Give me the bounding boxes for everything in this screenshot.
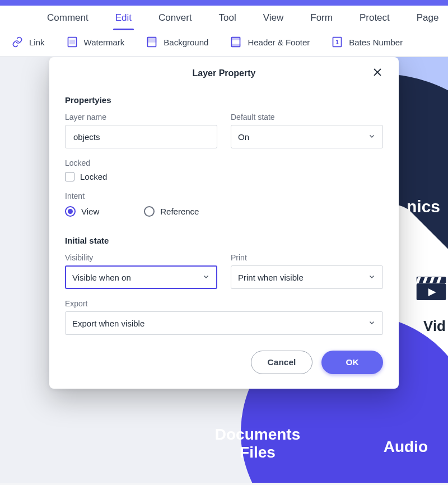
default-state-value: On <box>238 132 249 142</box>
intent-view-radio[interactable]: View <box>65 206 99 217</box>
document-canvas: nics Documents Files Vid Audio Layer Pro… <box>0 57 448 483</box>
chevron-down-icon <box>368 319 376 328</box>
link-icon <box>11 36 24 48</box>
window-top-strip <box>0 0 448 6</box>
layer-name-input-field[interactable] <box>72 125 210 148</box>
chevron-down-icon <box>202 273 210 282</box>
ok-button[interactable]: OK <box>321 351 383 374</box>
tool-watermark[interactable]: Watermark <box>66 36 138 48</box>
label-print: Print <box>231 253 383 262</box>
close-icon[interactable] <box>372 67 383 78</box>
dialog-footer: Cancel OK <box>65 351 383 374</box>
chevron-down-icon <box>368 273 376 282</box>
svg-text:1: 1 <box>335 39 339 45</box>
bg-label-nics: nics <box>407 197 440 217</box>
bg-label-vid: Vid <box>423 318 446 335</box>
intent-view-label: View <box>81 207 99 216</box>
section-initial-state-title: Initial state <box>65 236 383 245</box>
tool-link[interactable]: Link <box>11 36 58 48</box>
tab-edit[interactable]: Edit <box>115 12 132 24</box>
bg-label-documents-line2: Files <box>202 444 314 461</box>
header-footer-icon <box>230 36 242 48</box>
tab-tool[interactable]: Tool <box>219 12 236 24</box>
tool-background-label: Background <box>164 38 208 47</box>
tab-form[interactable]: Form <box>310 12 333 24</box>
visibility-value: Visible when on <box>72 273 131 282</box>
intent-reference-radio[interactable]: Reference <box>144 206 199 217</box>
bg-label-documents-line1: Documents <box>202 426 314 444</box>
label-locked: Locked <box>65 158 217 167</box>
tool-header-footer[interactable]: Header & Footer <box>230 36 323 48</box>
label-default-state: Default state <box>231 113 383 122</box>
locked-checkbox-label: Locked <box>80 172 107 181</box>
print-select[interactable]: Print when visible <box>231 265 383 289</box>
export-value: Export when visible <box>72 319 144 328</box>
section-properties-title: Propertyies <box>65 95 383 105</box>
tool-link-label: Link <box>29 38 45 47</box>
dialog-header: Layer Property <box>65 67 383 87</box>
tool-bates-label: Bates Number <box>349 38 403 47</box>
tab-comment[interactable]: Comment <box>47 12 88 24</box>
print-value: Print when visible <box>238 273 304 282</box>
tool-background[interactable]: Background <box>146 36 222 48</box>
svg-rect-3 <box>148 38 156 42</box>
bg-label-documents: Documents Files <box>202 426 314 461</box>
bg-label-audio: Audio <box>384 438 428 456</box>
main-tabs: Comment Edit Convert Tool View Form Prot… <box>0 6 448 29</box>
export-select[interactable]: Export when visible <box>65 311 383 335</box>
layer-property-dialog: Layer Property Propertyies Layer name De… <box>49 57 399 389</box>
background-icon <box>146 36 158 48</box>
cancel-button[interactable]: Cancel <box>251 351 312 374</box>
label-visibility: Visibility <box>65 253 217 262</box>
tool-watermark-label: Watermark <box>84 38 125 47</box>
locked-checkbox-row[interactable]: Locked <box>65 172 217 181</box>
chevron-down-icon <box>368 132 376 142</box>
tool-header-footer-label: Header & Footer <box>248 38 310 47</box>
layer-name-input[interactable] <box>65 125 217 148</box>
svg-rect-5 <box>232 38 240 40</box>
dialog-title: Layer Property <box>193 68 256 78</box>
label-export: Export <box>65 299 383 308</box>
clapperboard-icon <box>416 276 447 301</box>
locked-checkbox[interactable] <box>65 172 74 181</box>
default-state-select[interactable]: On <box>231 125 383 148</box>
svg-rect-1 <box>69 40 74 44</box>
tab-view[interactable]: View <box>263 12 284 24</box>
intent-reference-label: Reference <box>160 207 199 216</box>
label-layer-name: Layer name <box>65 113 217 122</box>
tab-convert[interactable]: Convert <box>158 12 192 24</box>
tab-protect[interactable]: Protect <box>360 12 390 24</box>
edit-toolbar: Link Watermark Background Header & Foote… <box>0 29 448 57</box>
visibility-select[interactable]: Visible when on <box>65 265 217 289</box>
bates-icon: 1 <box>331 36 343 48</box>
svg-rect-6 <box>232 44 240 46</box>
tab-page[interactable]: Page <box>417 12 439 24</box>
label-intent: Intent <box>65 192 383 200</box>
tool-bates[interactable]: 1 Bates Number <box>331 36 416 48</box>
watermark-icon <box>66 36 78 48</box>
